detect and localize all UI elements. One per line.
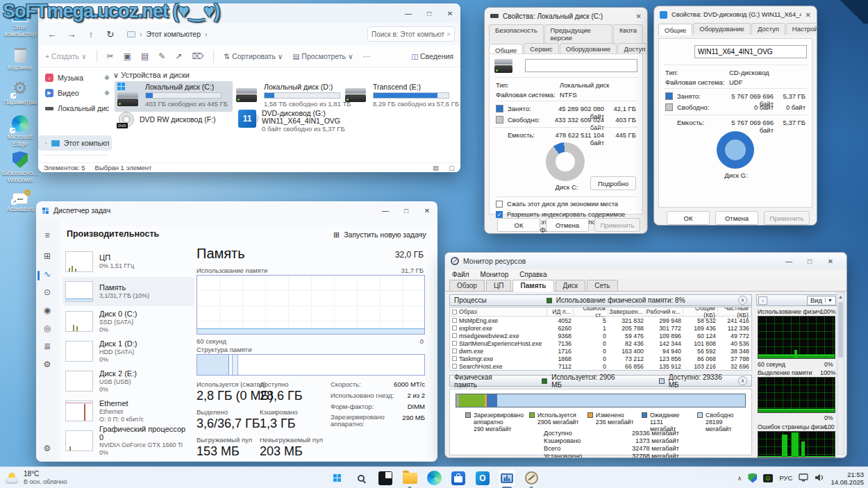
scrollbar[interactable]: ▲ [837, 292, 844, 455]
ok-button[interactable]: ОК [497, 218, 540, 232]
maximize-icon[interactable]: □ [419, 6, 440, 21]
new-button[interactable]: + Создать ∨ [45, 52, 87, 60]
volume-label-input[interactable] [694, 45, 807, 58]
tab-sharing[interactable]: Доступ [751, 23, 785, 35]
app-history-icon[interactable]: ⊙ [41, 287, 53, 300]
tab-security[interactable]: Безопасность [489, 24, 544, 43]
collapse-icon[interactable]: ∧ [738, 296, 747, 305]
volume-label-input[interactable] [525, 59, 637, 72]
more-button[interactable]: ⋯ [363, 52, 371, 60]
process-row[interactable]: msedgewebview2.exe 93680 59 476109 896 6… [450, 332, 751, 339]
process-row[interactable]: SearchHost.exe 71120 66 856135 912 103 2… [450, 362, 751, 370]
compress-checkbox-row[interactable]: Сжать этот диск для экономии места [496, 201, 639, 208]
cancel-button[interactable]: Отмена [715, 211, 758, 225]
run-new-task-button[interactable]: ⊞ Запустить новую задачу [333, 226, 426, 243]
delete-icon[interactable]: ⌦ [192, 51, 203, 61]
process-row[interactable]: Taskmgr.exe 18680 73 212123 856 86 06837… [450, 355, 751, 362]
close-icon[interactable]: ✕ [820, 255, 841, 267]
weather-widget[interactable]: 18°CВ осн. облачно [6, 467, 67, 488]
rename-icon[interactable]: ✎ [158, 51, 165, 61]
devices-section-header[interactable]: ∨ Устройства и диски [113, 71, 190, 80]
desktop-icon-edge[interactable]: ↗ Microsoft Edge [1, 112, 39, 147]
perf-item-ethernet[interactable]: EthernetEthernetО: 0 П: 0 кбит/с [62, 396, 194, 426]
drive-tile-f[interactable]: DVD DVD RW дисковод (F:) [119, 112, 216, 127]
checkbox[interactable] [452, 310, 457, 314]
menu-monitor[interactable]: Монитор [481, 271, 509, 278]
tab-general[interactable]: Общие [658, 24, 692, 35]
edge-button[interactable] [425, 469, 443, 487]
close-icon[interactable]: ✕ [636, 12, 642, 20]
minimize-icon[interactable]: — [398, 6, 419, 21]
scroll-up-icon[interactable]: ▲ [837, 293, 844, 301]
search-input[interactable]: Поиск в: Этот компьют ⌕ [367, 26, 455, 42]
large-icons-view-icon[interactable]: ▢ [449, 164, 455, 171]
store-button[interactable] [449, 469, 467, 487]
drive-tile-c[interactable]: Локальный диск (C:) 403 ГБ свободно из 4… [117, 83, 228, 108]
share-icon[interactable]: ↗ [175, 51, 182, 61]
close-icon[interactable]: ✕ [440, 6, 460, 21]
processes-section-header[interactable]: Процессы Использование физической памяти… [449, 294, 752, 306]
physical-memory-section-header[interactable]: Физическая память Используется: 2906 МБ … [449, 375, 752, 387]
tab-disk[interactable]: Диск [556, 280, 586, 291]
tab-network[interactable]: Сеть [587, 280, 617, 291]
paste-icon[interactable]: ▤ [141, 51, 149, 61]
perf-item-disk1[interactable]: Диск 1 (D:)HDD (SATA)0% [62, 337, 194, 366]
ok-button[interactable]: ОК [667, 211, 710, 225]
perf-item-gpu[interactable]: Графический процессор 0NVIDIA GeForce GT… [62, 426, 194, 455]
drive-tile-e[interactable]: Transcend (E:) 8,29 ГБ свободно из 57,6 … [345, 83, 459, 108]
tab-customize[interactable]: Настройка [786, 23, 817, 35]
perf-item-disk0[interactable]: Диск 0 (C:)SSD (SATA)0% [62, 307, 194, 336]
network-icon[interactable] [799, 473, 808, 483]
file-explorer-button[interactable] [401, 469, 419, 487]
tab-hardware[interactable]: Оборудование [693, 23, 751, 35]
collapse-icon[interactable]: ∧ [738, 376, 747, 385]
sidebar-item-music[interactable]: ♪ Музыка [38, 70, 112, 85]
close-icon[interactable]: ✕ [806, 11, 811, 19]
processes-icon[interactable]: ⊞ [41, 251, 53, 264]
minimize-icon[interactable]: — [375, 203, 396, 218]
checkbox[interactable] [452, 318, 457, 323]
outlook-button[interactable]: O [474, 469, 492, 487]
desktop-icon-activators[interactable]: •••↗ Activators [1, 185, 39, 212]
checkbox-checked[interactable]: ✓ [496, 211, 503, 218]
cut-icon[interactable]: ✂ [107, 51, 114, 61]
performance-icon[interactable]: ∿ [41, 269, 53, 282]
refresh-icon[interactable]: ↻ [102, 29, 119, 40]
details-icon[interactable]: ≣ [41, 342, 53, 354]
details-button[interactable]: Подробно [590, 176, 636, 190]
forward-icon[interactable]: → [63, 29, 80, 40]
details-pane-button[interactable]: ◫ Сведения [411, 52, 453, 60]
nvidia-tray-icon[interactable] [763, 474, 773, 482]
settings-icon[interactable]: ⚙ [41, 444, 53, 456]
minimize-icon[interactable]: — [778, 255, 799, 267]
tab-previous-versions[interactable]: Предыдущие версии [544, 24, 612, 43]
checkbox[interactable] [452, 333, 457, 338]
scroll-thumb[interactable] [838, 302, 843, 357]
process-row[interactable]: StartMenuExperienceHost.exe 71360 82 436… [450, 339, 751, 347]
desktop-icon-windows-security[interactable]: ↗ Безопасно... Windows [1, 149, 39, 183]
desktop-icon-recycle-bin[interactable]: Корзина [1, 43, 39, 71]
tab-quota[interactable]: Квота [613, 24, 643, 43]
maximize-icon[interactable]: □ [396, 203, 417, 218]
sidebar-item-this-pc[interactable]: › Этот компьюте [38, 135, 112, 151]
checkbox[interactable] [452, 364, 457, 369]
start-button[interactable] [328, 469, 346, 487]
menu-icon[interactable]: ≡ [41, 230, 53, 243]
drive-tile-d[interactable]: Локальный диск (D:) 1,58 ТБ свободно из … [236, 83, 351, 108]
resource-monitor-button[interactable] [522, 469, 540, 487]
sort-button[interactable]: ⇅ Сортировать ∨ [224, 52, 283, 60]
copy-icon[interactable]: ▣ [124, 51, 131, 61]
process-row[interactable]: MsMpEng.exe 40525 321 832299 948 58 5322… [450, 317, 751, 324]
language-indicator[interactable]: РУС [779, 474, 792, 482]
view-button[interactable]: ▤ Просмотреть ∨ [293, 52, 353, 60]
checkbox[interactable] [452, 348, 457, 353]
maximize-icon[interactable]: □ [799, 255, 820, 267]
menu-help[interactable]: Справка [519, 271, 546, 278]
sidebar-item-video[interactable]: ▶ Видео [38, 85, 112, 101]
table-header-row[interactable]: Образ ИД п...Ошибок ст... Завершен...Раб… [450, 308, 751, 317]
checkbox-unchecked[interactable] [496, 201, 503, 208]
process-row[interactable]: explorer.exe 62601 205 788301 772 189 43… [450, 324, 751, 332]
expand-icon[interactable]: › [758, 296, 767, 305]
up-icon[interactable]: ↑ [83, 29, 99, 40]
task-manager-button[interactable] [498, 469, 516, 487]
